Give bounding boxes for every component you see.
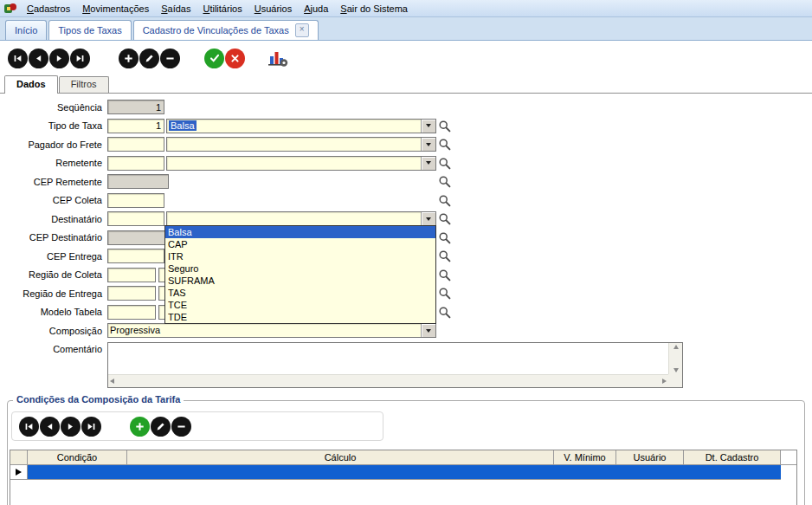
nav-first-button[interactable] (8, 49, 28, 68)
lookup-destinatario-button[interactable] (438, 212, 452, 226)
add-button[interactable] (119, 49, 139, 68)
grid-delete-button[interactable] (171, 417, 191, 437)
last-record-icon (87, 422, 96, 431)
scroll-right-icon[interactable] (662, 379, 667, 384)
plus-icon (135, 422, 145, 431)
grid-header-usuario[interactable]: Usuário (616, 450, 684, 465)
grid-header-v-minimo[interactable]: V. Mínimo (554, 450, 616, 465)
comentario-hscrollbar[interactable] (108, 374, 668, 387)
cep-remetente-field[interactable] (107, 174, 169, 189)
main-toolbar (0, 41, 812, 75)
grid-edit-button[interactable] (151, 417, 171, 437)
menu-saidas[interactable]: Saídas (155, 1, 197, 16)
tab-inicio[interactable]: Início (5, 20, 47, 40)
cep-entrega-field[interactable] (107, 249, 164, 263)
grid-header-dt-cadastro[interactable]: Dt. Cadastro (684, 450, 781, 465)
row-composicao: Composição Progressiva (0, 321, 812, 340)
lookup-cep-entrega-button[interactable] (438, 249, 452, 263)
grid-header-calculo[interactable]: Cálculo (127, 450, 554, 465)
regiao-coleta-label: Região de Coleta (0, 269, 107, 280)
grid-selected-row[interactable] (10, 465, 796, 480)
regiao-entrega-code-field[interactable] (107, 286, 156, 301)
destinatario-combo[interactable] (166, 211, 436, 226)
previous-record-icon (45, 422, 55, 431)
edit-button[interactable] (139, 49, 159, 68)
lookup-regiao-entrega-button[interactable] (438, 287, 452, 301)
modelo-tabela-code-field[interactable] (107, 305, 156, 320)
composicao-combo[interactable]: Progressiva (107, 323, 436, 338)
pagador-frete-combo-arrow[interactable] (421, 138, 435, 151)
cep-coleta-label: CEP Coleta (0, 195, 107, 205)
remetente-combo[interactable] (166, 156, 436, 171)
nav-next-button[interactable] (49, 49, 69, 68)
tab-close-icon[interactable]: × (295, 23, 309, 37)
dropdown-item-cap[interactable]: CAP (165, 238, 435, 250)
tab-filtros[interactable]: Filtros (59, 76, 109, 93)
dropdown-item-tde[interactable]: TDE (165, 311, 435, 323)
lookup-remetente-button[interactable] (438, 157, 452, 171)
menu-utilitarios[interactable]: Utilitários (197, 1, 248, 16)
scroll-left-icon[interactable] (110, 379, 114, 384)
cep-destinatario-field[interactable] (107, 230, 169, 245)
grid-nav-last-button[interactable] (81, 417, 101, 437)
remetente-combo-arrow[interactable] (421, 157, 435, 170)
menu-movimentacoes[interactable]: Movimentações (76, 1, 155, 16)
dropdown-item-itr[interactable]: ITR (165, 250, 435, 262)
chevron-down-icon (426, 329, 431, 333)
dropdown-item-tas[interactable]: TAS (165, 287, 435, 299)
confirm-button[interactable] (204, 49, 224, 68)
selected-row-cells[interactable] (28, 465, 781, 480)
tipo-taxa-combo-arrow[interactable] (421, 120, 435, 133)
menu-sair[interactable]: Sair do Sistema (334, 1, 414, 16)
pagador-frete-code-field[interactable] (107, 137, 164, 152)
destinatario-combo-value (167, 212, 421, 225)
lookup-tipo-taxa-button[interactable] (438, 120, 452, 133)
lookup-pagador-frete-button[interactable] (438, 138, 452, 152)
tab-dados[interactable]: Dados (4, 75, 58, 94)
grid-header-condicao[interactable]: Condição (28, 450, 127, 465)
menu-ajuda[interactable]: Ajuda (298, 1, 334, 16)
lookup-regiao-coleta-button[interactable] (438, 269, 452, 282)
menu-usuarios[interactable]: Usuários (248, 1, 298, 16)
composicao-combo-arrow[interactable] (421, 324, 435, 337)
lookup-cep-coleta-button[interactable] (438, 194, 452, 208)
dropdown-item-suframa[interactable]: SUFRAMA (165, 275, 435, 287)
tipo-taxa-combo[interactable]: Balsa (166, 119, 436, 133)
menu-cadastros[interactable]: Cadastros (21, 1, 76, 16)
lookup-cep-destinatario-button[interactable] (438, 231, 452, 245)
condicoes-groupbox: Condições da Composição da Tarifa (7, 400, 805, 505)
minus-icon (165, 54, 175, 63)
sequencia-field[interactable] (107, 100, 164, 114)
lookup-cep-remetente-button[interactable] (438, 175, 452, 189)
nav-last-button[interactable] (70, 49, 90, 68)
cep-coleta-field[interactable] (107, 193, 164, 208)
grid-toolbar (11, 411, 383, 441)
comentario-textarea[interactable] (108, 343, 668, 374)
delete-button[interactable] (160, 49, 180, 68)
tab-tipos-de-taxas[interactable]: Tipos de Taxas (48, 20, 131, 40)
grid-nav-prev-button[interactable] (40, 417, 60, 437)
regiao-coleta-code-field[interactable] (107, 268, 156, 282)
dropdown-item-seguro[interactable]: Seguro (165, 262, 435, 275)
destinatario-combo-arrow[interactable] (421, 212, 435, 225)
tipo-taxa-combo-value: Balsa (167, 120, 421, 133)
pagador-frete-combo[interactable] (166, 137, 436, 152)
dropdown-item-tce[interactable]: TCE (165, 299, 435, 311)
cancel-button[interactable] (225, 49, 245, 68)
cep-destinatario-label: CEP Destinatário (0, 232, 107, 243)
tipo-taxa-code-field[interactable] (107, 119, 164, 133)
comentario-vscrollbar[interactable] (668, 343, 682, 374)
grid-header-filler (781, 450, 796, 465)
nav-prev-button[interactable] (29, 49, 48, 68)
remetente-code-field[interactable] (107, 156, 164, 171)
tab-cadastro-vinculacoes[interactable]: Cadastro de Vinculações de Taxas × (133, 20, 319, 40)
grid-add-button[interactable] (130, 417, 150, 437)
scroll-up-icon[interactable] (673, 345, 679, 349)
grid-nav-next-button[interactable] (61, 417, 81, 437)
grid-nav-first-button[interactable] (19, 417, 39, 437)
dropdown-item-balsa[interactable]: Balsa (165, 226, 435, 238)
lookup-modelo-tabela-button[interactable] (438, 306, 452, 320)
report-chart-button[interactable] (266, 47, 290, 69)
destinatario-code-field[interactable] (107, 211, 164, 226)
scroll-down-icon[interactable] (673, 368, 679, 372)
